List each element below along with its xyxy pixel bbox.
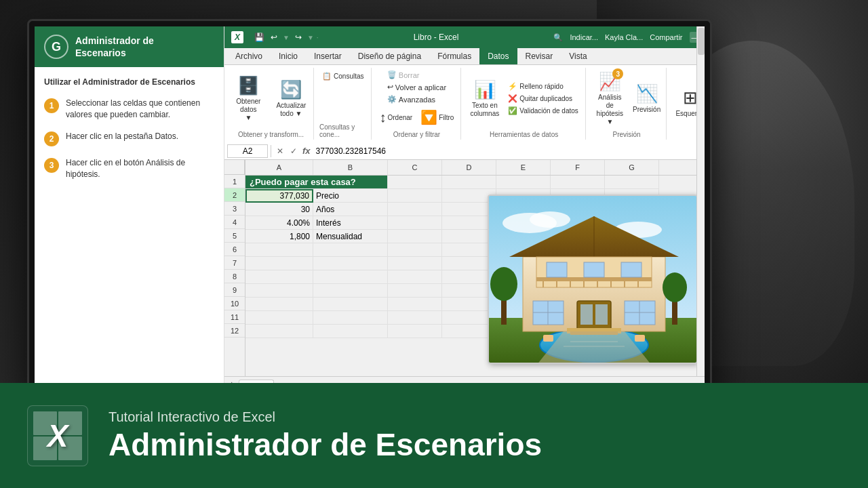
remove-dups-btn[interactable]: ❌ Quitar duplicados: [505, 93, 581, 104]
validate-btn[interactable]: ✅ Validación de datos: [505, 105, 581, 117]
cell-b11[interactable]: [313, 311, 388, 325]
cell-c12[interactable]: [388, 325, 442, 338]
cell-c8[interactable]: [388, 270, 442, 284]
cell-c6[interactable]: [388, 243, 442, 257]
filtro-label: Filtro: [439, 114, 454, 121]
cell-c1[interactable]: [388, 176, 442, 189]
cell-b10[interactable]: [313, 298, 388, 311]
title-bar-left: X 💾 ↩ ▼ ↪ ▼ ·: [231, 31, 319, 43]
cell-b8[interactable]: [313, 270, 388, 284]
queries-icon: 📋: [322, 72, 332, 81]
badge-3: 3: [612, 68, 623, 79]
prevision-group-label: Previsión: [613, 131, 641, 138]
bottom-title: Administrador de Escenarios: [108, 428, 542, 462]
forecast-icon: 📉: [636, 83, 658, 104]
cell-c3[interactable]: [388, 203, 442, 216]
cell-a2[interactable]: 377,030: [245, 189, 313, 203]
tab-archivo[interactable]: Archivo: [227, 48, 271, 64]
formula-input[interactable]: [313, 146, 705, 156]
svg-rect-24: [584, 262, 604, 277]
col-header-a: A: [245, 160, 313, 175]
cell-a4[interactable]: 4.00%: [245, 216, 313, 230]
cell-b5[interactable]: Mensualidad: [313, 230, 388, 243]
cell-b3[interactable]: Años: [313, 203, 388, 216]
cell-a5[interactable]: 1,800: [245, 230, 313, 243]
cell-reference-input[interactable]: [227, 144, 268, 158]
redo-quick-btn[interactable]: ↪: [292, 31, 304, 43]
flash-fill-btn[interactable]: ⚡ Relleno rápido: [505, 81, 581, 92]
consultas-btn[interactable]: 📋 Consultas: [319, 70, 366, 82]
cell-d1[interactable]: [442, 176, 496, 189]
volver-aplicar-btn[interactable]: ↩ Volver a aplicar: [384, 81, 449, 93]
row-header-11: 11: [224, 310, 245, 324]
cell-f1[interactable]: [551, 176, 605, 189]
vertical-scrollbar[interactable]: [696, 160, 705, 376]
actualizar-todo-btn[interactable]: 🔄 Actualizartodo ▼: [273, 77, 309, 120]
tab-vista[interactable]: Vista: [561, 48, 595, 64]
cell-c2[interactable]: [388, 189, 442, 203]
cell-c9[interactable]: [388, 284, 442, 298]
obtener-datos-btn[interactable]: 🗄️ Obtenerdatos ▼: [233, 73, 264, 124]
prevision-label: Previsión: [633, 106, 660, 114]
svg-rect-42: [543, 335, 553, 342]
cell-b2[interactable]: Precio: [313, 189, 388, 203]
col-header-c: C: [388, 160, 442, 175]
share-btn[interactable]: Compartir: [650, 33, 682, 41]
cell-b4[interactable]: Interés: [313, 216, 388, 230]
cell-b12[interactable]: [313, 325, 388, 338]
ordenar-btn[interactable]: ↕ Ordenar: [377, 108, 416, 127]
texto-columnas-btn[interactable]: 📊 Texto encolumnas: [467, 77, 502, 120]
tab-insertar[interactable]: Insertar: [306, 48, 350, 64]
tab-inicio[interactable]: Inicio: [271, 48, 306, 64]
cell-a11[interactable]: [245, 311, 313, 325]
cancel-formula-btn[interactable]: ✕: [274, 145, 286, 157]
sort-filter-main: ↕ Ordenar 🔽 Filtro: [377, 108, 457, 127]
avanzadas-btn[interactable]: ⚙️ Avanzadas: [384, 94, 438, 105]
row-header-12: 12: [224, 324, 245, 338]
formula-divider: [271, 145, 271, 157]
flash-icon: ⚡: [508, 82, 517, 91]
save-quick-btn[interactable]: 💾: [253, 31, 265, 43]
cell-a12[interactable]: [245, 325, 313, 338]
obtener-buttons: 🗄️ Obtenerdatos ▼ 🔄 Actualizartodo ▼: [233, 69, 309, 128]
confirm-formula-btn[interactable]: ✓: [288, 145, 300, 157]
cell-a10[interactable]: [245, 298, 313, 311]
cell-a6[interactable]: [245, 243, 313, 257]
cell-c10[interactable]: [388, 298, 442, 311]
excel-icon: X: [231, 31, 243, 43]
analisis-hipotesis-btn[interactable]: 📈 3 Análisis dehipótesis ▼: [591, 69, 629, 128]
tab-datos[interactable]: Datos: [479, 48, 517, 64]
bottom-text: Tutorial Interactivo de Excel Administra…: [108, 409, 542, 462]
search-label[interactable]: Indicar...: [570, 33, 598, 41]
cell-g1[interactable]: [605, 176, 659, 189]
tab-revisar[interactable]: Revisar: [517, 48, 561, 64]
filtro-btn[interactable]: 🔽 Filtro: [418, 108, 456, 127]
cell-b7[interactable]: [313, 257, 388, 270]
cell-e1[interactable]: [496, 176, 551, 189]
spreadsheet-content: A B C D E F G ¿Puedo pagar esta casa?: [245, 160, 705, 376]
cell-a7[interactable]: [245, 257, 313, 270]
cell-c7[interactable]: [388, 257, 442, 270]
cell-c5[interactable]: [388, 230, 442, 243]
cell-c4[interactable]: [388, 216, 442, 230]
panel-title: Administrador deEscenarios: [75, 35, 154, 59]
cell-a9[interactable]: [245, 284, 313, 298]
tab-diseno[interactable]: Diseño de página: [350, 48, 429, 64]
title-bar-right: 🔍 Indicar... Kayla Cla... Compartir — □ …: [553, 32, 705, 43]
svg-rect-25: [621, 262, 642, 277]
user-name: Kayla Cla...: [605, 33, 643, 41]
cell-a3[interactable]: 30: [245, 203, 313, 216]
validate-icon: ✅: [508, 106, 517, 115]
tab-formulas[interactable]: Fórmulas: [429, 48, 479, 64]
cell-b6[interactable]: [313, 243, 388, 257]
cell-a1[interactable]: ¿Puedo pagar esta casa?: [245, 176, 388, 189]
borrar-btn[interactable]: 🗑️ Borrar: [384, 69, 422, 81]
prevision-btn[interactable]: 📉 Previsión: [631, 81, 663, 116]
step-1-number: 1: [44, 98, 59, 113]
cell-b9[interactable]: [313, 284, 388, 298]
step-2: 2 Hacer clic en la pestaña Datos.: [44, 131, 214, 146]
cell-c11[interactable]: [388, 311, 442, 325]
cell-a8[interactable]: [245, 270, 313, 284]
row-header-4: 4: [224, 216, 245, 229]
undo-quick-btn[interactable]: ↩: [268, 31, 280, 43]
